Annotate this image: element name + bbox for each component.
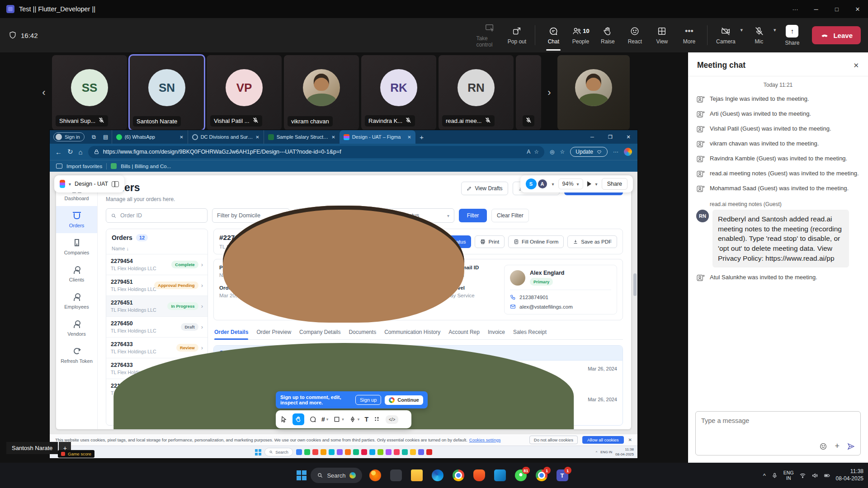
browser-tab[interactable]: Sample Salary Structure with calc ✕ <box>264 130 340 144</box>
browser-menu-icon[interactable]: ··· <box>613 149 618 155</box>
cookie-settings-link[interactable]: Cookies settings <box>469 437 501 442</box>
refresh-icon[interactable]: ↻ <box>67 148 73 156</box>
participant-tile[interactable]: RK Ravindra K... <box>361 55 436 130</box>
scroll-right-chevron-icon[interactable]: › <box>543 79 555 106</box>
sidebar-item[interactable]: Refresh Token <box>56 342 97 369</box>
chat-message-input[interactable]: Type a message + <box>695 411 861 455</box>
shared-app-icon[interactable] <box>377 449 383 455</box>
chat-message-list[interactable]: Today 11:21 Tejas Ingle was invited to t… <box>688 76 868 408</box>
camera-options-chevron-icon[interactable]: ▾ <box>740 27 743 33</box>
shared-app-icon[interactable] <box>402 449 408 455</box>
camera-button[interactable]: Camera <box>712 23 739 47</box>
order-row[interactable]: 2276450 TL Flex Holdings LLC Draft › <box>106 316 208 337</box>
taskbar-clock[interactable]: 11:38 08-04-2025 <box>836 468 863 482</box>
clear-filter-button[interactable]: Clear Filter <box>491 209 529 222</box>
emoji-icon[interactable] <box>819 442 827 450</box>
taskbar-app-icon[interactable] <box>449 466 467 484</box>
read-aloud-icon[interactable]: A <box>527 149 530 155</box>
shared-app-icon[interactable] <box>296 449 302 455</box>
participant-tile-partial[interactable] <box>516 55 541 130</box>
scroll-left-chevron-icon[interactable]: ‹ <box>38 79 50 106</box>
shared-start-icon[interactable] <box>255 449 261 455</box>
deny-cookies-button[interactable]: Do not allow cookies <box>529 436 578 444</box>
pen-tool-icon[interactable]: ▾ <box>349 416 360 423</box>
participant-tile[interactable]: SN Santosh Narate <box>129 55 204 130</box>
more-button[interactable]: ••• More <box>675 23 703 47</box>
play-chevron-icon[interactable]: ▾ <box>595 182 598 187</box>
shared-clock[interactable]: 11:38 08-04-2025 <box>615 447 634 457</box>
send-icon[interactable] <box>847 442 855 450</box>
workspaces-icon[interactable]: ⧉ <box>88 134 100 140</box>
google-continue-button[interactable]: Continue <box>385 395 423 405</box>
taskbar-app-icon[interactable] <box>387 466 405 484</box>
participant-tile-spotlight[interactable] <box>557 55 630 130</box>
view-button[interactable]: View <box>648 23 675 47</box>
battery-icon[interactable] <box>824 472 830 479</box>
tray-chevron-icon[interactable]: ^ <box>763 472 766 479</box>
address-bar[interactable]: https://www.figma.com/design/9BKQ0FOHRWa… <box>88 146 544 158</box>
vertical-tabs-icon[interactable]: ▤ <box>100 134 112 140</box>
detail-tab[interactable]: Communication History <box>384 326 440 339</box>
chat-close-icon[interactable]: ✕ <box>853 61 859 70</box>
print-button[interactable]: Print <box>475 235 505 248</box>
taskbar-search-box[interactable]: Search <box>311 468 362 483</box>
sidebar-item[interactable]: Companies <box>56 233 97 260</box>
taskbar-app-icon[interactable] <box>408 466 426 484</box>
shared-app-icon[interactable] <box>345 449 351 455</box>
taskbar-app-icon[interactable]: 1 <box>553 466 571 484</box>
detail-tab[interactable]: Account Rep <box>448 326 480 339</box>
shared-search-box[interactable]: Search <box>264 448 293 456</box>
bookmark-bills-link[interactable]: Bills | Billing and Co... <box>121 164 171 169</box>
taskbar-app-icon[interactable] <box>491 466 509 484</box>
collaborator-avatar[interactable]: S <box>526 178 537 189</box>
tab-close-icon[interactable]: ✕ <box>331 135 335 140</box>
figma-logo-icon[interactable] <box>60 180 65 188</box>
minimize-icon[interactable]: ─ <box>806 0 826 18</box>
import-favorites-link[interactable]: Import favorites <box>66 164 102 169</box>
view-drafts-button[interactable]: View Drafts <box>461 182 508 195</box>
filter-button[interactable]: Filter <box>459 209 487 222</box>
tray-mic-icon[interactable] <box>771 472 778 479</box>
shared-app-icon[interactable] <box>394 449 400 455</box>
detail-tab[interactable]: Order Details <box>214 326 248 339</box>
home-icon[interactable]: ⌂ <box>79 148 83 156</box>
taskbar-app-icon[interactable]: 81 <box>512 466 530 484</box>
detail-tab[interactable]: Order Preview <box>256 326 291 339</box>
score-widget[interactable]: Game score <box>58 450 94 458</box>
language-indicator[interactable]: ENG IN <box>783 470 794 481</box>
extensions-icon[interactable]: ◎ <box>550 149 554 155</box>
taskbar-app-icon[interactable] <box>429 466 447 484</box>
zoom-control[interactable]: 94% ▾ <box>558 178 583 189</box>
wifi-icon[interactable] <box>799 472 806 479</box>
taskbar-app-icon[interactable] <box>366 466 384 484</box>
figma-canvas[interactable]: ▾ Design - UAT S A ▾ 94% ▾ ▾ Share <box>50 172 637 434</box>
shape-tool-icon[interactable]: ▾ <box>333 416 344 423</box>
copilot-icon[interactable] <box>624 148 632 156</box>
taskbar-app-icon[interactable] <box>470 466 488 484</box>
allow-cookies-button[interactable]: Allow all cookies <box>582 436 624 444</box>
start-button-icon[interactable] <box>297 470 307 480</box>
actions-tool-icon[interactable] <box>373 416 381 423</box>
leave-button[interactable]: Leave <box>812 26 861 44</box>
tab-close-icon[interactable]: ✕ <box>407 135 411 140</box>
participant-tile[interactable]: VP Vishal Patil ... <box>207 55 282 130</box>
tab-close-icon[interactable]: ✕ <box>179 135 183 140</box>
contact-email-row[interactable]: alex@vstatefilings.com <box>510 304 611 310</box>
raise-hand-button[interactable]: Raise <box>594 23 621 47</box>
mic-options-chevron-icon[interactable]: ▾ <box>774 27 776 33</box>
figma-menu-chevron-icon[interactable]: ▾ <box>69 182 71 187</box>
favorites-bar-icon[interactable]: ☆ <box>560 149 565 155</box>
canvas-scrollbar[interactable] <box>633 273 637 296</box>
shared-app-icon[interactable] <box>386 449 392 455</box>
participant-tile[interactable]: vikram chavan <box>284 55 359 130</box>
shared-app-icon[interactable] <box>369 449 375 455</box>
shared-app-icon[interactable] <box>312 449 318 455</box>
shared-app-icon[interactable] <box>410 449 416 455</box>
shared-app-icon[interactable] <box>337 449 343 455</box>
pop-out-button[interactable]: Pop out <box>503 23 530 47</box>
order-row[interactable]: 2279454 TL Flex Holdings LLC Complete › <box>106 254 208 275</box>
shared-app-icon[interactable] <box>329 449 335 455</box>
new-tab-icon[interactable]: + <box>415 133 428 141</box>
chat-button[interactable]: Chat <box>540 23 567 47</box>
shared-app-icon[interactable] <box>353 449 359 455</box>
